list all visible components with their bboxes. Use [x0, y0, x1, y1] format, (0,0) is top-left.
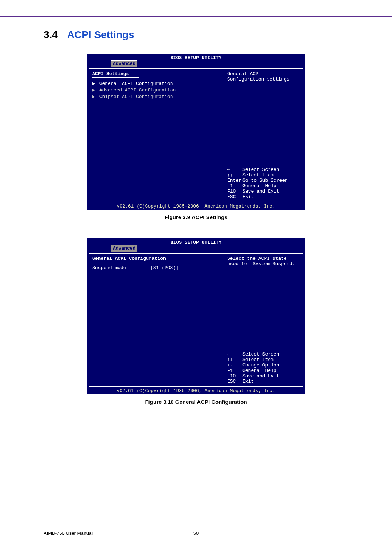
nav-key: ↑↓ [227, 172, 242, 178]
bios-nav-legend: ←Select Screen ↑↓Select Item EnterGo to … [227, 167, 300, 200]
nav-key: ESC [227, 379, 242, 384]
nav-key: F10 [227, 373, 242, 379]
nav-desc: Select Item [242, 172, 300, 178]
nav-line: ESCExit [227, 379, 300, 384]
bios-tab-advanced: Advanced [111, 245, 137, 252]
nav-line: ↑↓Select Item [227, 172, 300, 178]
bios-menu-item: ▶ Chipset ACPI Configuration [92, 94, 221, 99]
nav-key: +- [227, 362, 242, 368]
nav-key: ← [227, 352, 242, 357]
nav-desc: Exit [242, 194, 300, 200]
nav-key: F10 [227, 189, 242, 194]
bios-option-value: [S1 (POS)] [150, 265, 179, 271]
bios-option-label: Suspend mode [92, 265, 150, 271]
bios-right-pane: General ACPI Configuration settings ←Sel… [224, 69, 303, 202]
bios-menu-label: Chipset ACPI Configuration [99, 94, 173, 99]
nav-desc: Exit [242, 379, 300, 384]
bios-tab-advanced: Advanced [111, 60, 137, 67]
heading-underline [92, 262, 172, 262]
bios-menu-item: ▶ Advanced ACPI Configuration [92, 87, 221, 93]
bios-right-pane: Select the ACPI state used for System Su… [224, 254, 303, 386]
bios-title: BIOS SETUP UTILITY [87, 54, 305, 61]
bios-pane-heading: General ACPI Configuration [92, 256, 221, 261]
heading-underline [92, 77, 139, 78]
nav-key: Enter [227, 178, 242, 183]
nav-key: ← [227, 167, 242, 172]
nav-line: F1General Help [227, 183, 300, 189]
bios-menu-item: ▶ General ACPI Configuration [92, 81, 221, 86]
section-heading: 3.4 ACPI Settings [44, 29, 134, 41]
page-top-rule [0, 16, 392, 17]
nav-desc: Select Item [242, 357, 300, 362]
bios-footer: v02.61 (C)Copyright 1985-2006, American … [87, 388, 305, 394]
bios-option-row: Suspend mode [S1 (POS)] [92, 265, 221, 271]
page-number: 50 [0, 530, 392, 536]
nav-desc: Go to Sub Screen [242, 178, 300, 183]
bios-screenshot-general-acpi: BIOS SETUP UTILITY Advanced General ACPI… [87, 238, 305, 394]
bios-screenshot-acpi-settings: BIOS SETUP UTILITY Advanced ACPI Setting… [87, 54, 305, 210]
bios-menu-label: General ACPI Configuration [99, 81, 173, 86]
nav-desc: Change Option [242, 362, 300, 368]
nav-desc: Save and Exit [242, 189, 300, 194]
nav-desc: General Help [242, 183, 300, 189]
figure-caption: Figure 3.9 ACPI Settings [0, 214, 392, 220]
triangle-right-icon: ▶ [92, 87, 95, 93]
nav-line: F1General Help [227, 368, 300, 373]
nav-key: ↑↓ [227, 357, 242, 362]
triangle-right-icon: ▶ [92, 94, 95, 99]
bios-tabbar: Advanced [87, 245, 305, 251]
nav-desc: Save and Exit [242, 373, 300, 379]
figure-caption: Figure 3.10 General ACPI Configuration [0, 399, 392, 405]
nav-line: ESCExit [227, 194, 300, 200]
nav-key: ESC [227, 194, 242, 200]
nav-line: F10Save and Exit [227, 373, 300, 379]
nav-line: ←Select Screen [227, 167, 300, 172]
bios-body: ACPI Settings ▶ General ACPI Configurati… [89, 68, 303, 202]
bios-title: BIOS SETUP UTILITY [87, 238, 305, 245]
section-number: 3.4 [44, 29, 58, 40]
nav-line: ↑↓Select Item [227, 357, 300, 362]
bios-help-text: Select the ACPI state used for System Su… [227, 256, 300, 267]
bios-tabbar: Advanced [87, 60, 305, 67]
bios-menu-label: Advanced ACPI Configuration [99, 87, 176, 93]
bios-pane-heading: ACPI Settings [92, 71, 221, 77]
bios-help-text: General ACPI Configuration settings [227, 71, 300, 82]
bios-left-pane: General ACPI Configuration Suspend mode … [89, 254, 224, 386]
triangle-right-icon: ▶ [92, 81, 95, 86]
nav-desc: Select Screen [242, 167, 300, 172]
bios-footer: v02.61 (C)Copyright 1985-2006, American … [87, 204, 305, 209]
nav-key: F1 [227, 368, 242, 373]
nav-line: EnterGo to Sub Screen [227, 178, 300, 183]
nav-line: +-Change Option [227, 362, 300, 368]
nav-line: F10Save and Exit [227, 189, 300, 194]
bios-body: General ACPI Configuration Suspend mode … [89, 253, 303, 387]
nav-desc: Select Screen [242, 352, 300, 357]
bios-left-pane: ACPI Settings ▶ General ACPI Configurati… [89, 69, 224, 202]
section-title: ACPI Settings [67, 29, 134, 40]
nav-key: F1 [227, 183, 242, 189]
bios-nav-legend: ←Select Screen ↑↓Select Item +-Change Op… [227, 352, 300, 384]
nav-line: ←Select Screen [227, 352, 300, 357]
nav-desc: General Help [242, 368, 300, 373]
